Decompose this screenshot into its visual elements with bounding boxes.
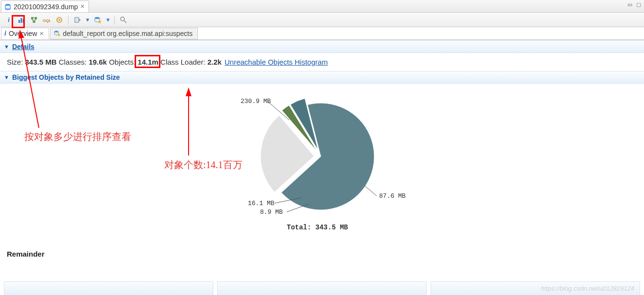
classes-value: 19.6k bbox=[88, 58, 107, 66]
tab-overview[interactable]: i Overview ✕ bbox=[1, 28, 49, 39]
close-icon[interactable]: ✕ bbox=[80, 3, 85, 10]
objects-value: 14.1m bbox=[138, 58, 158, 66]
bottom-panel[interactable] bbox=[4, 281, 213, 295]
svg-text:16.1 MB: 16.1 MB bbox=[248, 200, 275, 207]
query-browser-icon[interactable] bbox=[93, 15, 103, 25]
toolbar: i OQL ▾ ▾ bbox=[0, 13, 644, 27]
svg-rect-11 bbox=[75, 17, 79, 22]
editor-tab-title: 202010092349.dump bbox=[14, 3, 78, 11]
size-value: 343.5 MB bbox=[25, 58, 57, 66]
svg-line-21 bbox=[287, 204, 309, 212]
toolbar-separator bbox=[68, 16, 69, 24]
unreachable-histogram-link[interactable]: Unreachable Objects Histogram bbox=[225, 58, 328, 66]
svg-point-15 bbox=[54, 31, 58, 33]
details-line: Size: 343.5 MB Classes: 19.6k Objects: 1… bbox=[0, 53, 644, 71]
svg-rect-4 bbox=[23, 19, 24, 23]
pie-chart-area: 230.9 MB87.6 MB8.9 MB16.1 MB Total: 343.… bbox=[0, 84, 644, 244]
size-label: Size: bbox=[7, 58, 25, 66]
thread-icon[interactable] bbox=[54, 15, 64, 25]
svg-rect-7 bbox=[33, 20, 35, 23]
svg-point-16 bbox=[58, 34, 60, 36]
tab-label: Overview bbox=[9, 30, 37, 37]
oql-icon[interactable]: OQL bbox=[42, 15, 52, 25]
svg-point-12 bbox=[95, 17, 100, 19]
svg-rect-5 bbox=[31, 17, 34, 19]
svg-text:8.9 MB: 8.9 MB bbox=[260, 208, 283, 216]
dropdown-arrow-icon[interactable]: ▾ bbox=[105, 15, 110, 25]
histogram-icon[interactable] bbox=[17, 15, 26, 25]
svg-rect-2 bbox=[18, 20, 20, 23]
run-report-icon[interactable] bbox=[72, 15, 82, 25]
search-icon[interactable] bbox=[119, 15, 128, 25]
watermark-text: https://blog.csdn.net/u012829124 bbox=[541, 285, 634, 292]
section-biggest-header[interactable]: ▼ Biggest Objects by Retained Size bbox=[0, 71, 644, 84]
overview-content: ▼ Details Size: 343.5 MB Classes: 19.6k … bbox=[0, 40, 644, 295]
minimize-icon[interactable]: ▭ bbox=[627, 1, 632, 8]
report-icon bbox=[53, 30, 60, 38]
classloader-value: 2.2k bbox=[208, 58, 222, 66]
classes-label: Classes: bbox=[57, 58, 89, 66]
editor-tab-dump[interactable]: 202010092349.dump ✕ bbox=[1, 0, 89, 12]
sub-tabbar: i Overview ✕ default_report org.eclipse.… bbox=[0, 27, 644, 40]
bottom-panel[interactable] bbox=[217, 281, 427, 295]
close-icon[interactable]: ✕ bbox=[39, 31, 44, 37]
svg-point-10 bbox=[58, 19, 60, 21]
objects-label: Objects: bbox=[107, 58, 138, 66]
remainder-label: Remainder bbox=[0, 244, 644, 264]
window-controls: ▭ ▢ bbox=[627, 1, 641, 8]
section-title: Details bbox=[12, 43, 35, 51]
dropdown-arrow-icon[interactable]: ▾ bbox=[85, 15, 90, 25]
chart-total-label: Total: 343.5 MB bbox=[287, 224, 348, 231]
collapse-icon: ▼ bbox=[4, 44, 9, 50]
maximize-icon[interactable]: ▢ bbox=[636, 1, 641, 8]
tab-default-report[interactable]: default_report org.eclipse.mat.api:suspe… bbox=[50, 28, 198, 39]
svg-point-14 bbox=[121, 17, 124, 21]
svg-rect-3 bbox=[21, 18, 22, 23]
toolbar-separator bbox=[114, 16, 115, 24]
svg-text:87.6 MB: 87.6 MB bbox=[379, 192, 406, 200]
dominator-tree-icon[interactable] bbox=[29, 15, 39, 25]
section-details-header[interactable]: ▼ Details bbox=[0, 40, 644, 53]
svg-point-0 bbox=[5, 4, 10, 6]
classloader-label: Class Loader: bbox=[158, 58, 208, 66]
svg-point-13 bbox=[98, 20, 101, 23]
database-icon bbox=[4, 3, 11, 10]
svg-rect-6 bbox=[35, 17, 37, 19]
pie-chart: 230.9 MB87.6 MB8.9 MB16.1 MB bbox=[233, 84, 428, 234]
svg-point-1 bbox=[5, 8, 10, 10]
section-title: Biggest Objects by Retained Size bbox=[12, 73, 120, 81]
svg-text:230.9 MB: 230.9 MB bbox=[241, 98, 271, 105]
info-icon: i bbox=[4, 30, 6, 37]
svg-text:OQL: OQL bbox=[43, 18, 51, 23]
editor-tabbar: 202010092349.dump ✕ ▭ ▢ bbox=[0, 0, 644, 13]
info-icon[interactable]: i bbox=[4, 15, 14, 25]
tab-label: default_report org.eclipse.mat.api:suspe… bbox=[63, 30, 192, 37]
svg-line-19 bbox=[365, 186, 377, 196]
collapse-icon: ▼ bbox=[4, 74, 9, 80]
